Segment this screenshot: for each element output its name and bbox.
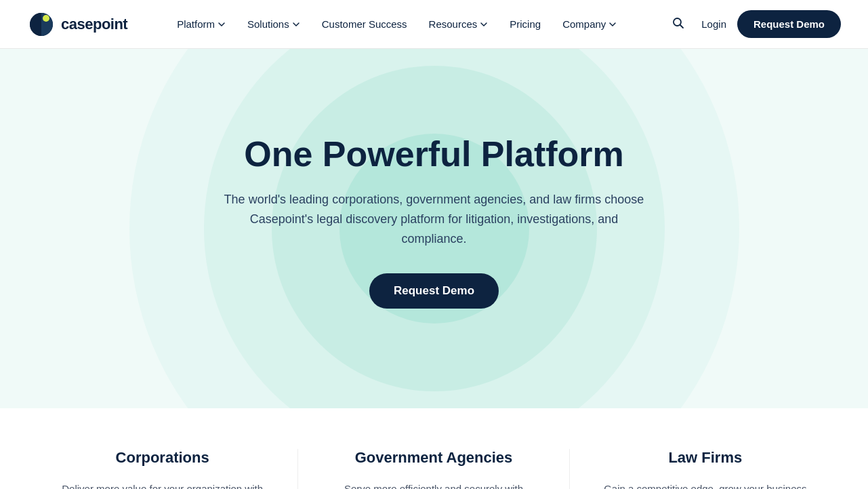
card-title-law-firms: Law Firms [597,449,814,467]
nav-links: Platform Solutions Customer Success Reso… [167,13,626,35]
hero-title: One Powerful Platform [224,135,644,174]
card-title-government: Government Agencies [325,449,541,467]
cards-section: Corporations Deliver more value for your… [0,408,868,489]
card-text-law-firms: Gain a competitive edge, grow your busin… [597,480,814,489]
logo-icon [27,10,56,39]
card-law-firms: Law Firms Gain a competitive edge, grow … [570,449,841,489]
navbar: casepoint Platform Solutions Customer Su… [0,0,868,49]
logo-link[interactable]: casepoint [27,10,127,39]
chevron-down-icon [292,20,300,28]
search-icon [671,16,685,30]
request-demo-nav-button[interactable]: Request Demo [737,10,841,38]
nav-item-pricing[interactable]: Pricing [500,13,550,35]
nav-item-resources[interactable]: Resources [419,13,498,35]
card-title-corporations: Corporations [54,449,270,467]
nav-item-solutions[interactable]: Solutions [238,13,310,35]
card-text-corporations: Deliver more value for your organization… [54,480,270,489]
chevron-down-icon [608,20,617,28]
request-demo-hero-button[interactable]: Request Demo [369,273,499,309]
card-corporations: Corporations Deliver more value for your… [27,449,298,489]
hero-section: One Powerful Platform The world's leadin… [0,49,868,408]
nav-item-customer-success[interactable]: Customer Success [312,13,417,35]
chevron-down-icon [218,20,226,28]
hero-content: One Powerful Platform The world's leadin… [224,135,644,309]
hero-subtitle: The world's leading corporations, govern… [224,190,644,248]
svg-point-3 [674,18,681,26]
login-link[interactable]: Login [701,18,726,30]
nav-item-company[interactable]: Company [553,13,626,35]
card-government: Government Agencies Serve more efficient… [298,449,569,489]
card-text-government: Serve more efficiently and securely with… [325,480,541,489]
chevron-down-icon [480,20,488,28]
logo-text: casepoint [61,16,127,33]
nav-item-platform[interactable]: Platform [167,13,235,35]
search-button[interactable] [666,11,690,37]
nav-right: Login Request Demo [666,10,841,38]
svg-point-2 [43,15,49,22]
